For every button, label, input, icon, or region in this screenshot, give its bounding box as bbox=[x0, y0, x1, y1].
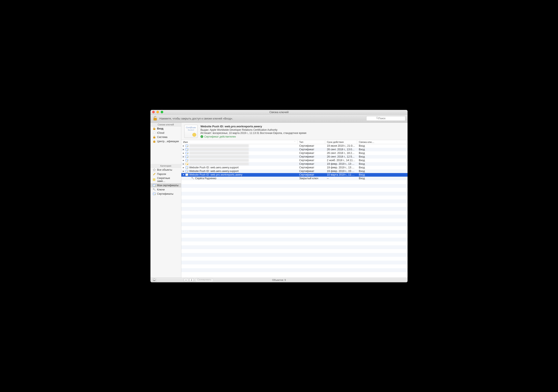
redacted-name bbox=[189, 155, 249, 158]
note-icon bbox=[153, 178, 156, 181]
disclosure-triangle-icon[interactable]: ▶ bbox=[183, 159, 184, 161]
redacted-name bbox=[189, 144, 249, 147]
disclosure-triangle-icon[interactable]: ▶ bbox=[183, 148, 184, 150]
main: CertificateStandard Website Push ID: web… bbox=[181, 123, 408, 278]
col-keychain[interactable]: Связка клю… bbox=[357, 140, 408, 144]
sidebar-item-keychain[interactable]: Система bbox=[150, 135, 181, 139]
close-button[interactable] bbox=[152, 111, 155, 113]
sidebar-item-keychain[interactable]: iCloud bbox=[150, 131, 181, 135]
sidebar-item-category[interactable]: Секретные заме… bbox=[150, 176, 181, 183]
cell-name: ▼Website Push ID: web.pro.workreports.aw… bbox=[181, 173, 297, 177]
sidebar-item-category[interactable]: Мои сертификаты bbox=[150, 183, 181, 187]
disclosure-triangle-icon[interactable]: ▶ bbox=[183, 163, 184, 165]
redacted-name bbox=[189, 159, 249, 162]
add-button[interactable]: ＋ bbox=[184, 278, 188, 282]
categories-list: Все объектыПаролиСекретные заме…Мои серт… bbox=[150, 168, 181, 196]
cert-valid-status: ✓ Сертификат действителен bbox=[201, 135, 306, 138]
cell-expires: 19 февр. 2019 г., 13:14:07 bbox=[325, 166, 357, 169]
table-row[interactable]: ▶Website Push ID: web.aero.awery.support… bbox=[181, 166, 408, 169]
cert-thumb-line1: Certificate bbox=[186, 126, 196, 129]
cert-icon bbox=[185, 170, 188, 173]
cell-keychain: Вход bbox=[357, 148, 408, 151]
svg-rect-36 bbox=[153, 280, 155, 281]
svg-rect-4 bbox=[153, 137, 155, 138]
zoom-button[interactable] bbox=[161, 111, 163, 113]
toolbar-hint: Нажмите, чтобы закрыть доступ к связке к… bbox=[159, 117, 233, 120]
disclosure-triangle-icon[interactable]: ▶ bbox=[183, 145, 184, 147]
window-title: Связка ключей bbox=[270, 110, 288, 114]
cell-name: ▶ bbox=[181, 162, 297, 166]
search-input[interactable] bbox=[366, 116, 405, 121]
svg-point-23 bbox=[187, 160, 188, 161]
cert-icon bbox=[185, 148, 188, 151]
table-row[interactable]: ▶Сертификат26 сент. 2018 г., 13:02:59Вхо… bbox=[181, 148, 408, 151]
cloud-icon bbox=[153, 131, 156, 134]
info-button[interactable]: i bbox=[189, 278, 194, 282]
cert-icon bbox=[185, 166, 188, 169]
sidebar-item-category[interactable]: Сертификаты bbox=[150, 192, 181, 196]
cert-icon bbox=[185, 159, 188, 162]
cell-name: ▶ bbox=[181, 158, 297, 162]
col-type[interactable]: Тип bbox=[297, 140, 325, 144]
table-row[interactable]: ▶Сертификат19 февр. 2019 г., 13:22:34Вхо… bbox=[181, 162, 408, 166]
cell-type: Сертификат bbox=[297, 166, 325, 169]
row-name: Серёга Радченко bbox=[195, 177, 217, 180]
minimize-button[interactable] bbox=[157, 111, 159, 113]
table-row[interactable]: ▶Сертификат26 сент. 2018 г., 18:25:58Вхо… bbox=[181, 151, 408, 155]
disclosure-triangle-icon[interactable]: ▶ bbox=[183, 170, 184, 172]
disclosure-triangle-icon[interactable]: ▶ bbox=[183, 156, 184, 158]
cert-meta: Website Push ID: web.pro.workreports.awe… bbox=[201, 125, 306, 138]
footer-status: Объектов: 9 bbox=[272, 279, 286, 281]
cert-yellow-icon bbox=[185, 162, 188, 165]
cell-expires: 19 февр. 2019 г., 13:22:34 bbox=[325, 162, 357, 166]
svg-line-11 bbox=[155, 190, 155, 190]
cell-type: Сертификат bbox=[297, 151, 325, 155]
table-row[interactable]: ▶Website Push ID: web.aero.awery.support… bbox=[181, 169, 408, 173]
traffic-lights bbox=[152, 111, 163, 113]
row-name: Website Push ID: web.aero.awery.support bbox=[189, 170, 239, 173]
cell-name: ▶Website Push ID: web.aero.awery.support bbox=[181, 166, 297, 169]
copy-button[interactable]: Скопировать bbox=[195, 278, 214, 282]
cell-type: Сертификат bbox=[297, 144, 325, 148]
sidebar-item-keychain[interactable]: Вход bbox=[150, 126, 181, 131]
col-name[interactable]: Имя⌃ bbox=[181, 140, 297, 144]
sidebar-spacer bbox=[150, 143, 181, 164]
sidebar-item-category[interactable]: Все объекты bbox=[150, 168, 181, 172]
cell-keychain: Вход bbox=[357, 173, 408, 177]
cert-thumb-line2: Standard bbox=[188, 129, 194, 131]
sidebar-item-keychain[interactable]: Центр…ификации bbox=[150, 139, 181, 143]
lock-open-icon[interactable] bbox=[153, 116, 158, 121]
svg-point-27 bbox=[187, 168, 188, 169]
disclosure-triangle-icon[interactable]: ▼ bbox=[183, 174, 184, 176]
disclosure-triangle-icon[interactable]: ▶ bbox=[183, 152, 184, 154]
cell-type: Сертификат bbox=[297, 148, 325, 151]
show-hide-button[interactable] bbox=[152, 278, 157, 282]
table-row[interactable]: ▶Сертификат26 сент. 2018 г., 12:54:03Вхо… bbox=[181, 155, 408, 158]
keychains-list: ВходiCloudСистемаЦентр…ификации bbox=[150, 126, 181, 143]
cert-icon bbox=[185, 155, 188, 158]
sidebar-item-label: Секретные заме… bbox=[157, 177, 179, 183]
svg-point-29 bbox=[187, 171, 188, 172]
table-row[interactable]: ▶Сертификат2 нояб. 2018 г., 14:11:13Вход bbox=[181, 158, 408, 162]
svg-rect-3 bbox=[153, 128, 155, 130]
disclosure-triangle-icon[interactable]: ▶ bbox=[183, 167, 184, 169]
cell-name: ▶ bbox=[181, 151, 297, 155]
sidebar-item-category[interactable]: Пароли bbox=[150, 172, 181, 176]
sidebar: Связки ключей ВходiCloudСистемаЦентр…ифи… bbox=[150, 123, 181, 278]
key-icon bbox=[191, 177, 194, 180]
sidebar-item-label: Все объекты bbox=[157, 168, 172, 171]
sidebar-item-label: Мои сертификаты bbox=[157, 184, 179, 187]
svg-point-19 bbox=[187, 153, 188, 154]
table-row[interactable]: Серёга РадченкоЗакрытый ключ--Вход bbox=[181, 177, 408, 180]
row-name: Website Push ID: web.aero.awery.support bbox=[189, 166, 239, 169]
table-row[interactable]: ▶Сертификат19 июня 2019 г., 21:01:07Вход bbox=[181, 144, 408, 148]
col-expires[interactable]: Срок действия bbox=[325, 140, 357, 144]
cert-icon bbox=[185, 144, 188, 147]
svg-rect-35 bbox=[153, 279, 156, 281]
table-row[interactable]: ▼Website Push ID: web.pro.workreports.aw… bbox=[181, 173, 408, 177]
sidebar-item-category[interactable]: Ключи bbox=[150, 187, 181, 192]
empty-stripes bbox=[181, 180, 408, 272]
cell-expires: 19 февр. 2019 г., 15:14:53 bbox=[325, 169, 357, 173]
sidebar-bottom-spacer bbox=[150, 196, 181, 278]
svg-point-21 bbox=[187, 157, 188, 158]
